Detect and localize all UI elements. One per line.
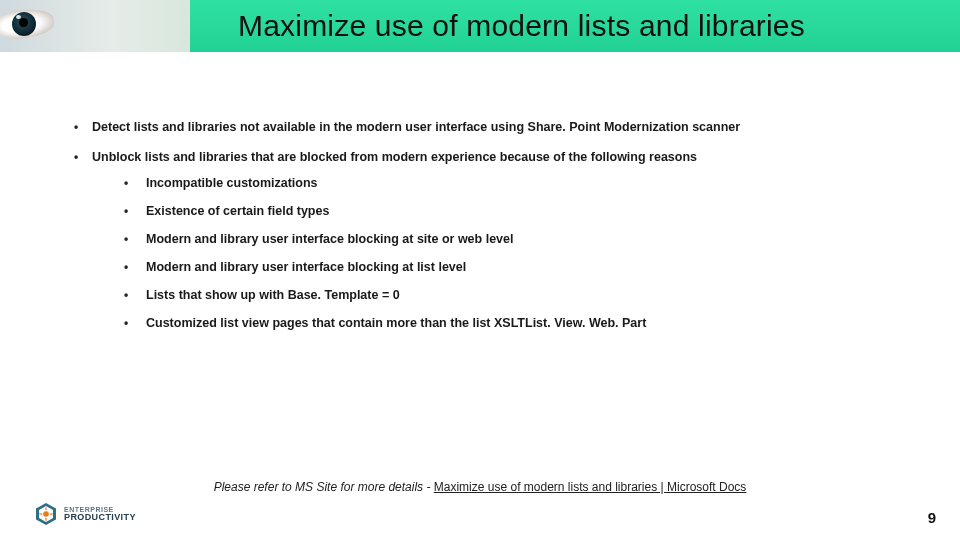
bullet-text: Modern and library user interface blocki… [146, 260, 466, 274]
hexagon-icon [34, 502, 58, 526]
svg-point-2 [43, 511, 49, 517]
footer-logo: ENTERPRISE PRODUCTIVITY [34, 502, 136, 526]
logo-line2: PRODUCTIVITY [64, 513, 136, 522]
header-title-bar: Maximize use of modern lists and librari… [190, 0, 960, 52]
bullet-text: Modern and library user interface blocki… [146, 232, 513, 246]
bullet-text: Existence of certain field types [146, 204, 329, 218]
bullet-text: Incompatible customizations [146, 176, 318, 190]
list-item: Modern and library user interface blocki… [92, 232, 900, 246]
page-number: 9 [928, 509, 936, 526]
svg-rect-4 [45, 518, 46, 521]
list-item: Modern and library user interface blocki… [92, 260, 900, 274]
eye-icon [0, 0, 60, 48]
bullet-text: Unblock lists and libraries that are blo… [92, 150, 697, 164]
content-area: Detect lists and libraries not available… [70, 120, 900, 346]
footer-note: Please refer to MS Site for more details… [0, 480, 960, 494]
svg-rect-5 [39, 513, 42, 514]
footer-prefix: Please refer to MS Site for more details… [214, 480, 434, 494]
bullet-text: Lists that show up with Base. Template =… [146, 288, 400, 302]
svg-rect-6 [50, 513, 53, 514]
list-item: Customized list view pages that contain … [92, 316, 900, 330]
sub-bullet-list: Incompatible customizations Existence of… [92, 176, 900, 330]
list-item: Incompatible customizations [92, 176, 900, 190]
list-item: Unblock lists and libraries that are blo… [70, 150, 900, 330]
page-title: Maximize use of modern lists and librari… [238, 9, 805, 43]
logo-text: ENTERPRISE PRODUCTIVITY [64, 506, 136, 522]
svg-rect-3 [45, 507, 46, 510]
list-item: Lists that show up with Base. Template =… [92, 288, 900, 302]
header-graphic [0, 0, 190, 52]
header-band: Maximize use of modern lists and librari… [0, 0, 960, 52]
list-item: Existence of certain field types [92, 204, 900, 218]
bullet-text: Detect lists and libraries not available… [92, 120, 740, 134]
bullet-list: Detect lists and libraries not available… [70, 120, 900, 330]
footer-link[interactable]: Maximize use of modern lists and librari… [434, 480, 747, 494]
bullet-text: Customized list view pages that contain … [146, 316, 646, 330]
list-item: Detect lists and libraries not available… [70, 120, 900, 134]
